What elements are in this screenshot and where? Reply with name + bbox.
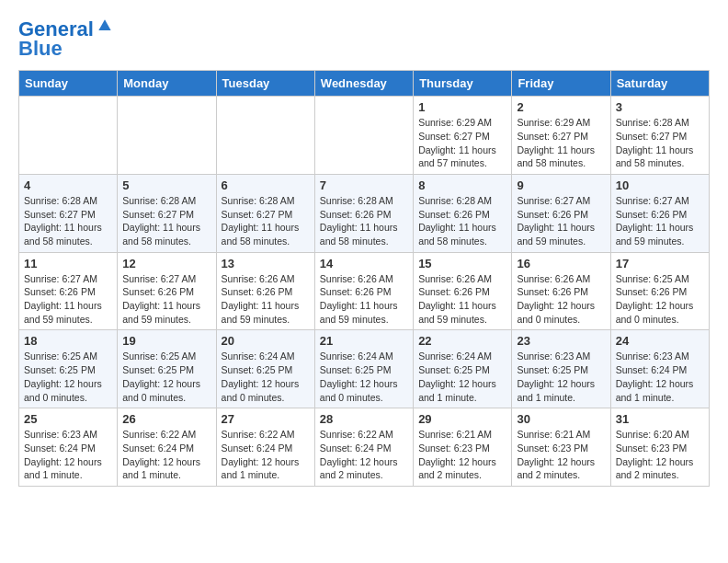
- day-info: Sunrise: 6:28 AMSunset: 6:26 PMDaylight:…: [418, 194, 506, 248]
- calendar-cell: [216, 97, 314, 175]
- calendar-cell: [19, 97, 118, 175]
- day-info: Sunrise: 6:22 AMSunset: 6:24 PMDaylight:…: [320, 428, 408, 482]
- day-info: Sunrise: 6:27 AMSunset: 6:26 PMDaylight:…: [122, 272, 210, 327]
- day-info: Sunrise: 6:20 AMSunset: 6:23 PMDaylight:…: [616, 428, 704, 482]
- logo: General Blue: [18, 18, 114, 61]
- day-number: 10: [616, 178, 704, 192]
- day-info: Sunrise: 6:24 AMSunset: 6:25 PMDaylight:…: [418, 350, 506, 404]
- day-number: 3: [616, 100, 704, 114]
- day-number: 25: [24, 412, 112, 426]
- calendar-cell: 15Sunrise: 6:26 AMSunset: 6:26 PMDayligh…: [414, 252, 512, 330]
- day-info: Sunrise: 6:23 AMSunset: 6:24 PMDaylight:…: [24, 428, 112, 482]
- day-number: 31: [616, 412, 704, 426]
- page-header: General Blue: [18, 18, 710, 61]
- day-info: Sunrise: 6:21 AMSunset: 6:23 PMDaylight:…: [517, 428, 605, 482]
- day-info: Sunrise: 6:28 AMSunset: 6:27 PMDaylight:…: [616, 116, 704, 170]
- calendar-week-row: 1Sunrise: 6:29 AMSunset: 6:27 PMDaylight…: [19, 97, 710, 175]
- day-number: 29: [418, 412, 506, 426]
- calendar-cell: 10Sunrise: 6:27 AMSunset: 6:26 PMDayligh…: [610, 174, 709, 252]
- calendar-cell: 26Sunrise: 6:22 AMSunset: 6:24 PMDayligh…: [118, 408, 216, 487]
- calendar-cell: 6Sunrise: 6:28 AMSunset: 6:27 PMDaylight…: [216, 174, 314, 252]
- calendar-cell: 2Sunrise: 6:29 AMSunset: 6:27 PMDaylight…: [512, 97, 610, 175]
- day-number: 19: [122, 334, 210, 348]
- calendar-cell: 28Sunrise: 6:22 AMSunset: 6:24 PMDayligh…: [314, 408, 413, 487]
- day-number: 22: [418, 334, 506, 348]
- calendar-table: SundayMondayTuesdayWednesdayThursdayFrid…: [18, 70, 710, 487]
- day-number: 21: [320, 334, 408, 348]
- calendar-week-row: 18Sunrise: 6:25 AMSunset: 6:25 PMDayligh…: [19, 330, 710, 408]
- weekday-header-thursday: Thursday: [414, 71, 512, 97]
- day-number: 16: [517, 257, 605, 270]
- weekday-header-tuesday: Tuesday: [216, 71, 314, 97]
- calendar-cell: 23Sunrise: 6:23 AMSunset: 6:25 PMDayligh…: [512, 330, 610, 408]
- day-number: 17: [616, 257, 704, 270]
- day-number: 2: [517, 100, 605, 114]
- day-number: 9: [517, 178, 605, 192]
- calendar-cell: 18Sunrise: 6:25 AMSunset: 6:25 PMDayligh…: [19, 330, 118, 408]
- day-number: 30: [517, 412, 605, 426]
- calendar-cell: 7Sunrise: 6:28 AMSunset: 6:26 PMDaylight…: [314, 174, 413, 252]
- day-number: 12: [122, 257, 210, 270]
- day-info: Sunrise: 6:29 AMSunset: 6:27 PMDaylight:…: [418, 116, 506, 170]
- day-info: Sunrise: 6:26 AMSunset: 6:26 PMDaylight:…: [320, 272, 408, 327]
- calendar-cell: 17Sunrise: 6:25 AMSunset: 6:26 PMDayligh…: [610, 252, 709, 330]
- weekday-header-wednesday: Wednesday: [314, 71, 413, 97]
- calendar-cell: 29Sunrise: 6:21 AMSunset: 6:23 PMDayligh…: [414, 408, 512, 487]
- calendar-cell: [118, 97, 216, 175]
- day-number: 8: [418, 178, 506, 192]
- calendar-week-row: 25Sunrise: 6:23 AMSunset: 6:24 PMDayligh…: [19, 408, 710, 487]
- day-number: 1: [418, 100, 506, 114]
- calendar-cell: 20Sunrise: 6:24 AMSunset: 6:25 PMDayligh…: [216, 330, 314, 408]
- day-number: 14: [320, 257, 408, 270]
- day-info: Sunrise: 6:26 AMSunset: 6:26 PMDaylight:…: [222, 272, 310, 327]
- calendar-cell: 13Sunrise: 6:26 AMSunset: 6:26 PMDayligh…: [216, 252, 314, 330]
- day-number: 20: [222, 334, 310, 348]
- day-info: Sunrise: 6:22 AMSunset: 6:24 PMDaylight:…: [222, 428, 310, 482]
- calendar-cell: 25Sunrise: 6:23 AMSunset: 6:24 PMDayligh…: [19, 408, 118, 487]
- day-info: Sunrise: 6:26 AMSunset: 6:26 PMDaylight:…: [418, 272, 506, 327]
- day-info: Sunrise: 6:21 AMSunset: 6:23 PMDaylight:…: [418, 428, 506, 482]
- day-number: 4: [24, 178, 112, 192]
- calendar-cell: 5Sunrise: 6:28 AMSunset: 6:27 PMDaylight…: [118, 174, 216, 252]
- day-number: 5: [122, 178, 210, 192]
- day-info: Sunrise: 6:22 AMSunset: 6:24 PMDaylight:…: [122, 428, 210, 482]
- day-info: Sunrise: 6:23 AMSunset: 6:25 PMDaylight:…: [517, 350, 605, 404]
- day-info: Sunrise: 6:27 AMSunset: 6:26 PMDaylight:…: [24, 272, 112, 327]
- calendar-cell: 24Sunrise: 6:23 AMSunset: 6:24 PMDayligh…: [610, 330, 709, 408]
- day-info: Sunrise: 6:28 AMSunset: 6:26 PMDaylight:…: [320, 194, 408, 248]
- weekday-header-monday: Monday: [118, 71, 216, 97]
- day-info: Sunrise: 6:28 AMSunset: 6:27 PMDaylight:…: [222, 194, 310, 248]
- calendar-cell: 9Sunrise: 6:27 AMSunset: 6:26 PMDaylight…: [512, 174, 610, 252]
- day-number: 18: [24, 334, 112, 348]
- calendar-cell: 14Sunrise: 6:26 AMSunset: 6:26 PMDayligh…: [314, 252, 413, 330]
- day-number: 28: [320, 412, 408, 426]
- calendar-week-row: 11Sunrise: 6:27 AMSunset: 6:26 PMDayligh…: [19, 252, 710, 330]
- calendar-cell: 21Sunrise: 6:24 AMSunset: 6:25 PMDayligh…: [314, 330, 413, 408]
- day-number: 15: [418, 257, 506, 270]
- day-number: 27: [222, 412, 310, 426]
- day-info: Sunrise: 6:27 AMSunset: 6:26 PMDaylight:…: [616, 194, 704, 248]
- day-number: 7: [320, 178, 408, 192]
- calendar-cell: 11Sunrise: 6:27 AMSunset: 6:26 PMDayligh…: [19, 252, 118, 330]
- svg-marker-0: [98, 19, 110, 30]
- calendar-cell: 31Sunrise: 6:20 AMSunset: 6:23 PMDayligh…: [610, 408, 709, 487]
- calendar-cell: 27Sunrise: 6:22 AMSunset: 6:24 PMDayligh…: [216, 408, 314, 487]
- weekday-header-sunday: Sunday: [19, 71, 118, 97]
- day-info: Sunrise: 6:25 AMSunset: 6:26 PMDaylight:…: [616, 272, 704, 327]
- day-info: Sunrise: 6:24 AMSunset: 6:25 PMDaylight:…: [320, 350, 408, 404]
- day-info: Sunrise: 6:28 AMSunset: 6:27 PMDaylight:…: [24, 194, 112, 248]
- day-info: Sunrise: 6:27 AMSunset: 6:26 PMDaylight:…: [517, 194, 605, 248]
- weekday-header-saturday: Saturday: [610, 71, 709, 97]
- calendar-cell: 19Sunrise: 6:25 AMSunset: 6:25 PMDayligh…: [118, 330, 216, 408]
- calendar-cell: 8Sunrise: 6:28 AMSunset: 6:26 PMDaylight…: [414, 174, 512, 252]
- day-info: Sunrise: 6:28 AMSunset: 6:27 PMDaylight:…: [122, 194, 210, 248]
- calendar-cell: 3Sunrise: 6:28 AMSunset: 6:27 PMDaylight…: [610, 97, 709, 175]
- day-number: 26: [122, 412, 210, 426]
- day-number: 6: [222, 178, 310, 192]
- weekday-header-row: SundayMondayTuesdayWednesdayThursdayFrid…: [19, 71, 710, 97]
- calendar-cell: 1Sunrise: 6:29 AMSunset: 6:27 PMDaylight…: [414, 97, 512, 175]
- calendar-week-row: 4Sunrise: 6:28 AMSunset: 6:27 PMDaylight…: [19, 174, 710, 252]
- weekday-header-friday: Friday: [512, 71, 610, 97]
- calendar-cell: 12Sunrise: 6:27 AMSunset: 6:26 PMDayligh…: [118, 252, 216, 330]
- day-number: 23: [517, 334, 605, 348]
